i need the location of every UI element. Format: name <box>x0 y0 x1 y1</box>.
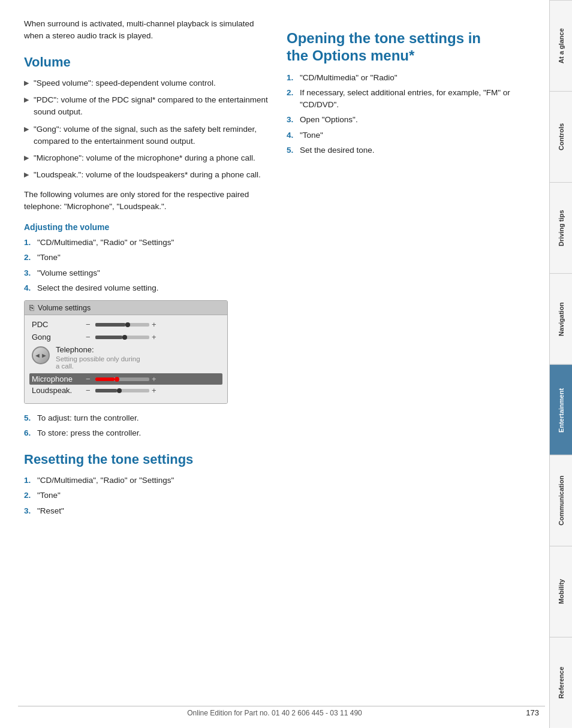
gong-bar-area: − + <box>86 333 220 342</box>
plus-icon: + <box>152 374 159 383</box>
tab-reference[interactable]: Reference <box>550 637 572 728</box>
telephone-note: Setting possible only duringa call. <box>56 355 220 370</box>
step-text: "Tone" <box>37 490 61 502</box>
minus-icon: − <box>86 374 93 383</box>
titlebar-icon: ⎘ <box>29 303 34 312</box>
gong-dot <box>122 335 127 340</box>
step-text: "CD/Multimedia", "Radio" or "Settings" <box>37 237 174 249</box>
list-item: ▶ "Microphone": volume of the microphone… <box>24 152 269 164</box>
volume-note: The following volumes are only stored fo… <box>24 189 269 213</box>
titlebar-label: Volume settings <box>38 304 91 312</box>
plus-icon: + <box>152 333 159 342</box>
step-text: "Tone" <box>300 129 323 141</box>
tab-mobility[interactable]: Mobility <box>550 546 572 637</box>
footer-rule <box>18 706 545 706</box>
gong-fill <box>95 336 122 339</box>
step-text: "CD/Multimedia" or "Radio" <box>300 72 397 84</box>
bullet-text: "Speed volume": speed-dependent volume c… <box>34 77 216 89</box>
loudspeak-dot <box>117 388 122 393</box>
list-item: 1. "CD/Multimedia" or "Radio" <box>287 72 531 84</box>
list-item: 3. "Volume settings" <box>24 267 269 279</box>
pdc-track <box>95 323 149 327</box>
list-item: ▶ "Gong": volume of the signal, such as … <box>24 123 269 148</box>
tab-navigation[interactable]: Navigation <box>550 273 572 364</box>
right-column: Opening the tone settings in the Options… <box>287 18 531 704</box>
adjusting-volume-title: Adjusting the volume <box>24 222 269 232</box>
tab-driving-tips[interactable]: Driving tips <box>550 182 572 273</box>
left-column: When surround is activated, multi-channe… <box>24 18 269 704</box>
step-text: Set the desired tone. <box>300 144 375 156</box>
bullet-text: "Microphone": volume of the microphone* … <box>34 152 255 164</box>
step-text: To store: press the controller. <box>37 427 141 439</box>
step-text: "Reset" <box>37 505 64 517</box>
microphone-row: Microphone − + <box>29 373 222 385</box>
list-item: 4. "Tone" <box>287 129 531 141</box>
list-item: 2. "Tone" <box>24 490 269 502</box>
bullet-icon: ▶ <box>24 170 29 180</box>
steps-after-list: 5. To adjust: turn the controller. 6. To… <box>24 412 269 440</box>
intro-text: When surround is activated, multi-channe… <box>24 18 269 43</box>
list-item: ▶ "Loudspeak.": volume of the loudspeake… <box>24 169 269 181</box>
bullet-icon: ▶ <box>24 78 29 88</box>
page-wrapper: When surround is activated, multi-channe… <box>0 0 572 728</box>
volume-bullets: ▶ "Speed volume": speed-dependent volume… <box>24 77 269 182</box>
microphone-fill <box>95 377 115 381</box>
sidebar: At a glance Controls Driving tips Naviga… <box>549 0 572 728</box>
minus-icon: − <box>86 333 93 342</box>
list-item: 5. Set the desired tone. <box>287 144 531 156</box>
step-text: Open "Options". <box>300 114 358 126</box>
knob-arrows: ◄► <box>34 352 47 359</box>
bullet-text: "Loudspeak.": volume of the loudspeakers… <box>34 169 261 181</box>
list-item: ▶ "PDC": volume of the PDC signal* compa… <box>24 94 269 119</box>
list-item: 1. "CD/Multimedia", "Radio" or "Settings… <box>24 237 269 249</box>
list-item: 4. Select the desired volume setting. <box>24 282 269 294</box>
step-text: If necessary, select additional entries,… <box>300 87 531 111</box>
pdc-label: PDC <box>32 320 86 329</box>
volume-settings-screenshot: ⎘ Volume settings PDC − + <box>24 300 228 404</box>
right-section-title: Opening the tone settings in the Options… <box>287 30 531 65</box>
controller-knob: ◄► <box>32 346 50 364</box>
tab-controls[interactable]: Controls <box>550 91 572 182</box>
bullet-text: "Gong": volume of the signal, such as th… <box>34 123 269 148</box>
volume-section-title: Volume <box>24 55 269 70</box>
list-item: 3. "Reset" <box>24 505 269 517</box>
list-item: 3. Open "Options". <box>287 114 531 126</box>
step-text: "Volume settings" <box>37 267 100 279</box>
footer-text: Online Edition for Part no. 01 40 2 606 … <box>0 709 549 717</box>
tab-entertainment[interactable]: Entertainment <box>550 364 572 455</box>
list-item: 5. To adjust: turn the controller. <box>24 412 269 424</box>
screenshot-titlebar: ⎘ Volume settings <box>25 301 227 315</box>
tab-communication[interactable]: Communication <box>550 455 572 546</box>
gong-label: Gong <box>32 333 86 342</box>
step-text: "CD/Multimedia", "Radio" or "Settings" <box>37 475 174 487</box>
pdc-bar-area: − + <box>86 320 220 329</box>
loudspeak-bar-area: − + <box>86 386 220 395</box>
microphone-label: Microphone <box>32 374 86 383</box>
list-item: 2. "Tone" <box>24 252 269 264</box>
list-item: 6. To store: press the controller. <box>24 427 269 439</box>
resetting-section-title: Resetting the tone settings <box>24 452 269 467</box>
minus-icon: − <box>86 320 93 329</box>
telephone-label: Telephone: <box>56 345 220 354</box>
step-text: Select the desired volume setting. <box>37 282 159 294</box>
list-item: 2. If necessary, select additional entri… <box>287 87 531 111</box>
microphone-bar-area: − + <box>86 374 220 383</box>
pdc-fill <box>95 323 125 327</box>
resetting-steps-list: 1. "CD/Multimedia", "Radio" or "Settings… <box>24 475 269 517</box>
microphone-track <box>95 377 149 381</box>
loudspeak-track <box>95 389 149 392</box>
minus-icon: − <box>86 386 93 395</box>
bullet-icon: ▶ <box>24 95 29 105</box>
adjusting-steps-list: 1. "CD/Multimedia", "Radio" or "Settings… <box>24 237 269 294</box>
loudspeak-fill <box>95 389 117 392</box>
tab-at-a-glance[interactable]: At a glance <box>550 0 572 91</box>
loudspeak-label: Loudspeak. <box>32 386 86 395</box>
microphone-dot <box>115 377 119 382</box>
telephone-info: Telephone: Setting possible only duringa… <box>56 345 220 370</box>
screenshot-body: PDC − + Gong <box>25 315 227 403</box>
pdc-row: PDC − + <box>32 320 220 329</box>
main-content: When surround is activated, multi-channe… <box>0 0 549 728</box>
bullet-icon: ▶ <box>24 124 29 134</box>
bullet-text: "PDC": volume of the PDC signal* compare… <box>34 94 269 119</box>
step-text: To adjust: turn the controller. <box>37 412 139 424</box>
